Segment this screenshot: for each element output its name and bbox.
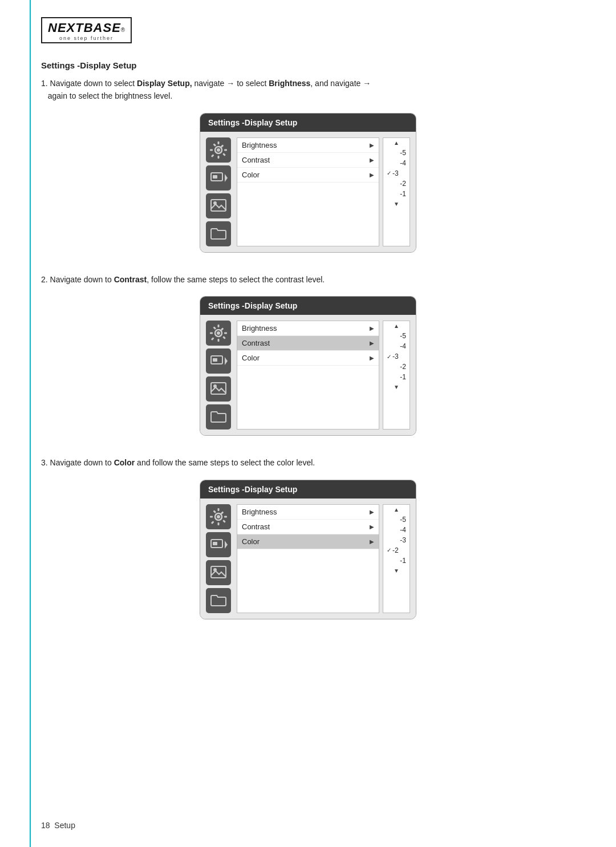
panel-3-menu: Brightness ▶ Contrast ▶ Color ▶ <box>237 504 379 613</box>
value-neg3-checked: ✓ -3 <box>383 168 410 179</box>
menu-label: Contrast <box>242 156 270 164</box>
scroll-down[interactable]: ▼ <box>383 199 410 209</box>
svg-rect-27 <box>213 358 217 362</box>
arrow-icon: ▶ <box>370 509 374 515</box>
svg-rect-22 <box>211 337 214 341</box>
logo-tagline: one step further <box>48 35 125 41</box>
menu-item-brightness-1[interactable]: Brightness ▶ <box>237 138 379 153</box>
panel-1-icons <box>206 137 233 246</box>
menu-label: Brightness <box>242 141 277 149</box>
menu-label: Color <box>242 171 260 179</box>
svg-rect-3 <box>218 156 220 159</box>
panel-1-body: Brightness ▶ Contrast ▶ Color ▶ ▲ -5 <box>200 132 416 252</box>
svg-rect-37 <box>211 521 214 524</box>
value-neg2-checked-3: ✓ -2 <box>383 545 410 556</box>
menu-item-contrast-1[interactable]: Contrast ▶ <box>237 153 379 168</box>
svg-rect-42 <box>213 542 217 545</box>
check-icon: ✓ <box>387 354 391 360</box>
icon-media[interactable] <box>206 165 231 191</box>
panel-3-header: Settings -Display Setup <box>200 480 416 499</box>
menu-item-color-1[interactable]: Color ▶ <box>237 168 379 183</box>
scroll-up[interactable]: ▲ <box>383 138 410 148</box>
logo-box: NEXT BASE ® one step further <box>41 17 132 43</box>
arrow-icon: ▶ <box>370 325 374 331</box>
svg-rect-8 <box>222 153 226 156</box>
icon-image[interactable] <box>206 193 231 218</box>
menu-item-contrast-3[interactable]: Contrast ▶ <box>237 520 379 534</box>
panel-2-icons <box>206 321 233 429</box>
panel-2-header: Settings -Display Setup <box>200 297 416 315</box>
arrow-icon: ▶ <box>370 157 374 163</box>
icon-media-3[interactable] <box>206 532 231 557</box>
arrow-icon: ▶ <box>370 340 374 346</box>
svg-rect-18 <box>218 339 220 342</box>
arrow-icon: ▶ <box>370 172 374 178</box>
icon-settings-2[interactable] <box>206 321 231 346</box>
svg-rect-7 <box>211 154 214 157</box>
menu-item-contrast-2[interactable]: Contrast ▶ <box>237 336 379 351</box>
display-setup-panel-3: Settings -Display Setup <box>200 480 416 619</box>
icon-folder-3[interactable] <box>206 588 231 613</box>
check-icon: ✓ <box>387 170 391 176</box>
svg-marker-41 <box>225 541 228 549</box>
value-neg4: -4 <box>383 158 410 168</box>
menu-item-color-3[interactable]: Color ▶ <box>237 534 379 549</box>
icon-folder[interactable] <box>206 221 231 246</box>
icon-media-2[interactable] <box>206 348 231 374</box>
footer-label: Setup <box>54 821 75 830</box>
panel-1-values: ▲ -5 -4 ✓ -3 -2 -1 ▼ <box>383 137 410 246</box>
value-neg2-2: -2 <box>383 362 410 372</box>
value-neg1-3: -1 <box>383 556 410 566</box>
value-neg2: -2 <box>383 179 410 189</box>
instruction-block-3: 3. Navigate down to Color and follow the… <box>41 456 575 619</box>
value-neg5-2: -5 <box>383 331 410 341</box>
panel-3-icons <box>206 504 233 613</box>
value-neg4-2: -4 <box>383 341 410 351</box>
logo-area: NEXT BASE ® one step further <box>41 17 575 43</box>
arrow-icon: ▶ <box>370 524 374 530</box>
scroll-up-3[interactable]: ▲ <box>383 505 410 514</box>
svg-rect-2 <box>218 141 220 144</box>
panel-1-header: Settings -Display Setup <box>200 114 416 132</box>
svg-rect-35 <box>210 516 213 517</box>
instruction-block-2: 2. Navigate down to Contrast, follow the… <box>41 273 575 436</box>
menu-item-color-2[interactable]: Color ▶ <box>237 351 379 366</box>
icon-settings-3[interactable] <box>206 504 231 529</box>
svg-rect-32 <box>218 508 220 511</box>
page-footer: 18 Setup <box>41 821 75 830</box>
svg-rect-33 <box>218 522 220 525</box>
scroll-down-2[interactable]: ▼ <box>383 382 410 392</box>
svg-rect-17 <box>218 325 220 327</box>
icon-settings[interactable] <box>206 137 231 163</box>
scroll-up-2[interactable]: ▲ <box>383 321 410 331</box>
svg-rect-13 <box>211 200 226 211</box>
left-border <box>30 0 31 847</box>
panel-1-menu: Brightness ▶ Contrast ▶ Color ▶ <box>237 137 379 246</box>
panel-2-body: Brightness ▶ Contrast ▶ Color ▶ ▲ -5 <box>200 315 416 435</box>
svg-rect-28 <box>211 383 226 394</box>
svg-rect-43 <box>211 566 226 578</box>
svg-point-31 <box>217 515 220 518</box>
svg-rect-4 <box>224 149 227 151</box>
icon-folder-2[interactable] <box>206 404 231 429</box>
instruction-block-1: 1. Navigate down to select Display Setup… <box>41 77 575 253</box>
menu-label: Color <box>242 354 260 362</box>
panel-2-menu: Brightness ▶ Contrast ▶ Color ▶ <box>237 321 379 429</box>
display-setup-panel-2: Settings -Display Setup <box>200 296 416 436</box>
svg-rect-24 <box>213 326 216 330</box>
menu-label: Brightness <box>242 324 277 333</box>
menu-label: Color <box>242 537 260 546</box>
value-neg3-3: -3 <box>383 535 410 545</box>
svg-rect-12 <box>213 175 217 179</box>
scroll-down-3[interactable]: ▼ <box>383 566 410 576</box>
value-neg3-checked-2: ✓ -3 <box>383 351 410 362</box>
svg-point-16 <box>217 331 220 335</box>
menu-item-brightness-2[interactable]: Brightness ▶ <box>237 321 379 336</box>
value-neg5: -5 <box>383 148 410 158</box>
section-heading: Settings -Display Setup <box>41 60 575 70</box>
icon-image-3[interactable] <box>206 560 231 585</box>
icon-image-2[interactable] <box>206 376 231 402</box>
svg-point-1 <box>217 148 220 152</box>
menu-item-brightness-3[interactable]: Brightness ▶ <box>237 505 379 520</box>
svg-rect-34 <box>224 516 227 517</box>
